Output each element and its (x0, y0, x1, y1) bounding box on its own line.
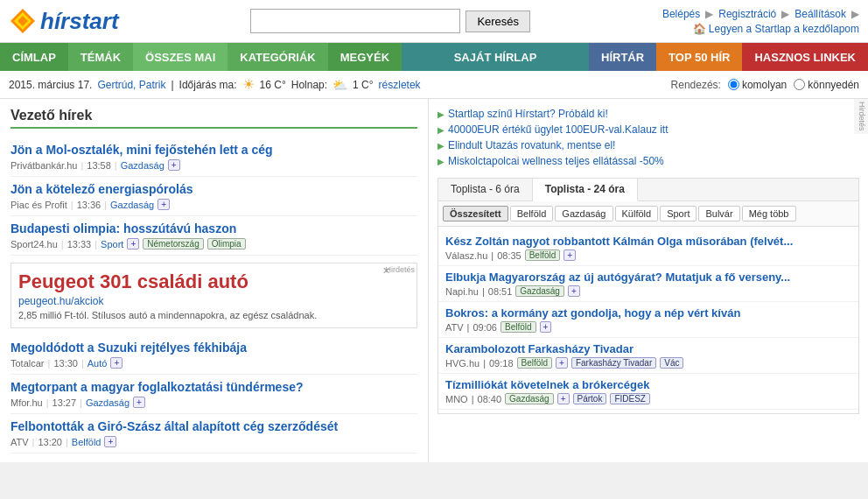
rendez-radio-komolyan[interactable] (728, 79, 739, 90)
toplista-title-4[interactable]: Karambolozott Farkasházy Tivadar (445, 342, 851, 355)
news-title-6[interactable]: Felbontották a Giró-Szász által alapítot… (10, 419, 417, 433)
logo-text[interactable]: hírstart (40, 8, 119, 35)
details-link[interactable]: részletek (379, 79, 421, 91)
news-title-3[interactable]: Budapesti olimpia: hosszútávú haszon (10, 221, 417, 235)
toplista-meta-4: HVG.hu | 09:18 Belföld + Farkasházy Tiva… (445, 357, 851, 369)
datebar-right: Rendezés: komolyan könnyedén (671, 79, 859, 91)
nav-temak[interactable]: TÉMÁK (68, 43, 133, 71)
nav-top50[interactable]: TOP 50 HÍR (656, 43, 742, 71)
nav-cimlab[interactable]: CÍMLAP (0, 43, 68, 71)
cat-btn-0[interactable]: Összesített (443, 206, 508, 221)
toplista-item-3: Bokros: a kormány azt gondolja, hogy a n… (438, 302, 858, 338)
cat-2: Gazdaság (110, 200, 154, 210)
toplista-plus-2[interactable]: + (568, 285, 580, 297)
nav-hasznos[interactable]: HASZNOS LINKEK (742, 43, 868, 71)
plus-1[interactable]: + (168, 159, 180, 171)
toplista-title-3[interactable]: Bokros: a kormány azt gondolja, hogy a n… (445, 306, 851, 320)
search-input[interactable] (250, 9, 460, 33)
plus-3[interactable]: + (127, 238, 139, 249)
toplista-source-4: HVG.hu (445, 358, 480, 369)
nav-kategoriak[interactable]: KATEGÓRIÁK (228, 43, 327, 71)
news-title-4[interactable]: Megoldódott a Suzuki rejtélyes fékhibája (10, 341, 417, 355)
section-title: Vezető hírek (10, 108, 417, 129)
datebar-sep: | (171, 79, 173, 91)
login-link[interactable]: Belépés (662, 8, 700, 20)
toplista-plus-5[interactable]: + (557, 393, 570, 404)
time-3: 13:33 (67, 239, 92, 249)
promo-anchor-2[interactable]: 40000EUR értékű ügylet 100EUR-val.Kalauz… (448, 123, 668, 136)
news-meta-5: Mfor.hu | 13:27 | Gazdaság + (10, 397, 417, 408)
cat-btn-3[interactable]: Külföld (615, 206, 659, 221)
header: hírstart Keresés Belépés ▶ Regisztráció … (0, 0, 868, 43)
register-link[interactable]: Regisztráció (718, 8, 776, 20)
temp-today: 16 C° (260, 79, 286, 91)
plus-2[interactable]: + (158, 199, 170, 210)
news-item-4: Megoldódott a Suzuki rejtélyes fékhibája… (10, 335, 417, 375)
ad-title[interactable]: Peugeot 301 családi autó (18, 271, 410, 293)
news-item-2: Jön a kötelező energiaspórolás Piac és P… (10, 177, 417, 216)
promo-anchor-3[interactable]: Elindult Utazás rovatunk, mentse el! (448, 139, 615, 151)
plus-4[interactable]: + (110, 357, 122, 369)
promo-anchor-1[interactable]: Startlap színű Hírstart? Próbáld ki! (448, 108, 608, 120)
toplista-tag-5b[interactable]: FIDESZ (610, 393, 650, 404)
toplista-time-3: 09:06 (472, 322, 497, 333)
news-meta-6: ATV | 13:20 | Belföld + (10, 436, 417, 447)
startlap-link: 🏠 Legyen a Startlap a kezdőlapom (662, 23, 859, 35)
header-right: Belépés ▶ Regisztráció ▶ Beállítások ▶ 🏠… (662, 8, 859, 35)
logo: hírstart (9, 7, 119, 35)
toplista-plus-1[interactable]: + (564, 249, 576, 261)
cat-btn-4[interactable]: Sport (660, 206, 696, 221)
startlap-anchor[interactable]: Legyen a Startlap a kezdőlapom (709, 23, 859, 35)
nav-hirtar[interactable]: HÍRTÁR (589, 43, 656, 71)
news-item-5: Megtorpant a magyar foglalkoztatási tünd… (10, 375, 417, 414)
toplista-title-2[interactable]: Elbukja Magyarország az új autógyárat? M… (445, 271, 851, 284)
cat-btn-2[interactable]: Gazdaság (555, 206, 612, 221)
news-title-2[interactable]: Jön a kötelező energiaspórolás (10, 182, 417, 196)
toplista-tag-5a[interactable]: Pártok (573, 393, 607, 404)
toplista-plus-3[interactable]: + (540, 321, 552, 333)
main-content: Vezető hírek Jön a Mol-osztalék, mini fe… (0, 99, 868, 462)
main-nav: CÍMLAP TÉMÁK ÖSSZES MAI KATEGÓRIÁK MEGYÉ… (0, 43, 868, 71)
tag-3a[interactable]: Németország (143, 238, 203, 249)
cloud-icon: ⛅ (332, 78, 347, 92)
datebar-left: 2015. március 17. Gertrúd, Patrik | Időj… (9, 76, 421, 93)
cat-btn-1[interactable]: Belföld (510, 206, 554, 221)
person-link[interactable]: Gertrúd, Patrik (97, 79, 165, 91)
toplista-title-5[interactable]: Tízmilliókát követelnek a brókercégek (445, 378, 851, 391)
rendez-konnyeden[interactable]: könnyedén (794, 79, 859, 91)
news-meta-4: Totalcar | 13:30 | Autó + (10, 357, 417, 369)
toplista-cat-5: Gazdaság (505, 393, 554, 404)
sep2: ▶ (781, 8, 789, 20)
promo-anchor-4[interactable]: Miskolctapolcai wellness teljes ellátáss… (448, 155, 664, 167)
cat-btn-6[interactable]: Még több (742, 206, 796, 221)
toplista-tag-4b[interactable]: Vác (660, 357, 683, 369)
ad-close-icon[interactable]: ✕ (382, 265, 390, 277)
nav-sajat[interactable]: SAJÁT HÍRLAP (402, 43, 589, 71)
toplista-tab-24[interactable]: Toplista - 24 óra (533, 179, 638, 201)
search-button[interactable]: Keresés (466, 11, 530, 32)
top-links: Belépés ▶ Regisztráció ▶ Beállítások ▶ (662, 8, 859, 20)
toplista-item-1: Kész Zoltán nagyot robbantott Kálmán Olg… (438, 230, 858, 266)
ad-url[interactable]: peugeot.hu/akciok (18, 295, 410, 307)
toplista-cat-1: Belföld (525, 249, 561, 261)
nav-osszes[interactable]: ÖSSZES MAI (133, 43, 228, 71)
source-1: Privátbankár.hu (10, 160, 77, 171)
plus-6[interactable]: + (104, 436, 116, 447)
cat-btn-5[interactable]: Bulvár (698, 206, 739, 221)
news-title-5[interactable]: Megtorpant a magyar foglalkoztatási tünd… (10, 380, 417, 394)
tag-3b[interactable]: Olimpia (207, 238, 246, 249)
left-column: Vezető hírek Jön a Mol-osztalék, mini fe… (0, 99, 429, 462)
news-meta-3: Sport24.hu | 13:33 | Sport + Németország… (10, 238, 417, 249)
settings-link[interactable]: Beállítások (794, 8, 846, 20)
time-6: 13:20 (38, 437, 62, 447)
toplista-plus-4[interactable]: + (556, 357, 568, 369)
news-title-1[interactable]: Jön a Mol-osztalék, mini fejőstehén lett… (10, 143, 417, 157)
rendez-komolyan[interactable]: komolyan (728, 79, 787, 91)
nav-megyek[interactable]: MEGYÉK (328, 43, 402, 71)
rendez-radio-konnyeden[interactable] (794, 79, 805, 90)
plus-5[interactable]: + (133, 397, 145, 408)
toplista-tab-6[interactable]: Toplista - 6 óra (438, 179, 533, 200)
sep1: ▶ (705, 8, 713, 20)
toplista-tag-4a[interactable]: Farkasházy Tivadar (571, 357, 656, 369)
toplista-title-1[interactable]: Kész Zoltán nagyot robbantott Kálmán Olg… (445, 235, 851, 248)
